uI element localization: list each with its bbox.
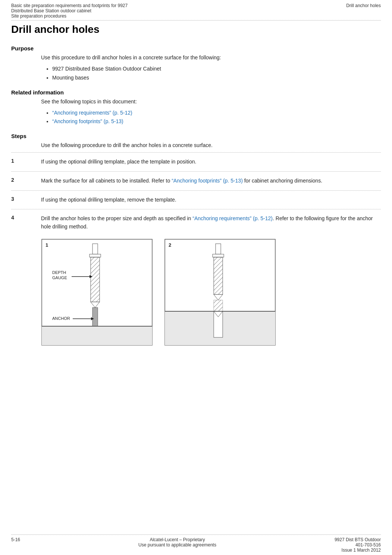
step-num-1: 1	[11, 158, 41, 164]
header-left-line2: Distributed Base Station outdoor cabinet	[11, 8, 128, 13]
header-left-line3: Site preparation procedures	[11, 13, 128, 19]
svg-rect-18	[214, 257, 223, 294]
footer-center-line2: Use pursuant to applicable agreements	[34, 542, 321, 548]
steps-heading: Steps	[11, 133, 381, 139]
step2-footprints-link[interactable]: “Anchoring footprints” (p. 5-13)	[172, 178, 243, 184]
step4-requirements-link[interactable]: “Anchoring requirements” (p. 5-12)	[192, 215, 273, 221]
svg-marker-19	[214, 294, 223, 300]
header-left-line1: Basic site preparation requirements and …	[11, 3, 128, 8]
step-num-3: 3	[11, 196, 41, 202]
svg-rect-23	[214, 300, 223, 311]
related-info-list: “Anchoring requirements” (p. 5-12) “Anch…	[52, 109, 381, 127]
footer-page-num: 5-16	[11, 537, 34, 553]
page-header: Basic site preparation requirements and …	[0, 0, 392, 20]
footer-center-line1: Alcatel-Lucent – Proprietary	[34, 537, 321, 542]
step-row-3: 3 If using the optional drilling templat…	[11, 194, 381, 206]
svg-marker-6	[91, 302, 100, 308]
step-row-2: 2 Mark the surface for all cabinets to b…	[11, 175, 381, 187]
purpose-intro: Use this procedure to drill anchor holes…	[41, 54, 381, 62]
main-content: Purpose Use this procedure to drill anch…	[0, 45, 392, 355]
step-text-1: If using the optional drilling template,…	[41, 158, 381, 166]
step-divider-2	[11, 190, 381, 191]
step-divider-1	[11, 171, 381, 172]
related-info-item-2: “Anchoring footprints” (p. 5-13)	[52, 117, 381, 126]
purpose-heading: Purpose	[11, 45, 381, 52]
footer-center: Alcatel-Lucent – Proprietary Use pursuan…	[34, 537, 321, 553]
purpose-list: 9927 Distributed Base Station Outdoor Ca…	[52, 65, 381, 82]
purpose-item-1: 9927 Distributed Base Station Outdoor Ca…	[52, 65, 381, 74]
svg-rect-17	[213, 254, 224, 257]
figure-1-svg: 1	[41, 238, 153, 347]
anchoring-footprints-link[interactable]: “Anchoring footprints” (p. 5-13)	[52, 118, 123, 124]
related-info-intro: See the following topics in this documen…	[41, 98, 381, 106]
figure-container: 1	[41, 238, 381, 348]
anchoring-requirements-link[interactable]: “Anchoring requirements” (p. 5-12)	[52, 110, 132, 116]
step-num-4: 4	[11, 215, 41, 221]
svg-rect-3	[91, 257, 100, 302]
svg-rect-13	[42, 326, 152, 345]
steps-intro: Use the following procedure to drill the…	[41, 141, 381, 149]
step-num-2: 2	[11, 177, 41, 183]
fig1-label: 1	[46, 242, 48, 248]
svg-rect-2	[90, 254, 101, 257]
header-right-title: Drill anchor holes	[346, 3, 381, 8]
figure-2: 2	[164, 238, 276, 348]
fig1-depth-gauge-line2: GAUGE	[52, 275, 67, 280]
svg-rect-16	[216, 244, 221, 254]
svg-rect-1	[92, 244, 98, 254]
footer-right-line1: 9927 Dist BTS Outdoor	[321, 537, 381, 542]
footer: 5-16 Alcatel-Lucent – Proprietary Use pu…	[0, 535, 392, 555]
footer-right-line2: 401-703-516	[321, 542, 381, 548]
step-divider-3	[11, 209, 381, 209]
svg-rect-9	[92, 308, 98, 326]
related-info-heading: Related information	[11, 89, 381, 96]
related-info-item-1: “Anchoring requirements” (p. 5-12)	[52, 109, 381, 118]
purpose-item-2: Mounting bases	[52, 74, 381, 82]
figure-1: 1	[41, 238, 153, 348]
footer-area: 5-16 Alcatel-Lucent – Proprietary Use pu…	[0, 531, 392, 555]
header-right: Drill anchor holes	[346, 3, 381, 19]
fig1-depth-gauge-line1: DEPTH	[52, 270, 66, 275]
page-container: Basic site preparation requirements and …	[0, 0, 392, 555]
step-text-3: If using the optional drilling template,…	[41, 196, 381, 204]
header-left: Basic site preparation requirements and …	[11, 3, 128, 19]
step-text-4: Drill the anchor holes to the proper siz…	[41, 215, 381, 231]
fig2-label: 2	[169, 242, 171, 248]
step-row-1: 1 If using the optional drilling templat…	[11, 156, 381, 168]
step-divider-0	[11, 152, 381, 153]
figure-2-svg: 2	[164, 238, 276, 347]
step-text-2: Mark the surface for all cabinets to be …	[41, 177, 381, 185]
footer-right-line3: Issue 1 March 2012	[321, 548, 381, 553]
step-row-4: 4 Drill the anchor holes to the proper s…	[11, 212, 381, 233]
page-title: Drill anchor holes	[0, 21, 392, 38]
fig1-anchor-label: ANCHOR	[52, 316, 70, 321]
footer-right: 9927 Dist BTS Outdoor 401-703-516 Issue …	[321, 537, 381, 553]
